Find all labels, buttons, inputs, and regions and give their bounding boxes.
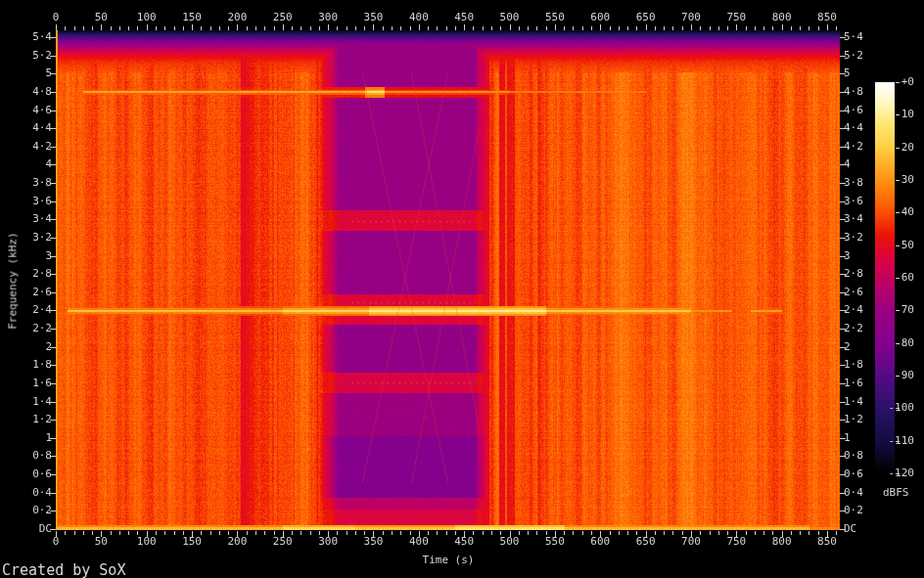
time-axis-top-tick-label: 300	[318, 12, 338, 23]
freq-axis-left-tick-label: 5·2	[32, 50, 52, 62]
freq-axis-left-tick-label: 2·4	[32, 304, 52, 316]
time-axis-bottom-tick-label: 100	[137, 536, 157, 548]
time-axis-bottom-tick-label: 850	[817, 536, 837, 548]
freq-axis-right-tick-label: 4·6	[844, 105, 863, 116]
colorbar-tick-label: +0	[901, 76, 914, 88]
colorbar-tick-label: -30	[895, 174, 914, 186]
colorbar-tick-label: -50	[895, 240, 914, 251]
freq-axis-left-tick-label: 4·4	[32, 122, 52, 134]
freq-axis-right-tick-label: 2·4	[844, 304, 863, 316]
freq-axis-right-tick-label: 2·6	[844, 287, 863, 298]
credit-text: Created by SoX	[2, 561, 125, 578]
freq-axis-left-tick-label: 4·6	[32, 105, 52, 116]
time-axis-top-tick-label: 450	[454, 12, 474, 23]
time-axis-top-tick-label: 150	[182, 12, 202, 23]
freq-axis-right-tick-label: 3·6	[844, 196, 863, 207]
freq-axis-left-tick-label: 1·4	[32, 396, 52, 408]
time-axis-bottom-tick-label: 150	[182, 536, 202, 548]
freq-axis-left-tick-label: 3·8	[32, 177, 52, 189]
time-axis-top-tick-label: 700	[681, 12, 701, 23]
time-axis-top-tick-label: 850	[817, 12, 837, 23]
freq-axis-right-tick-label: 1·4	[844, 396, 863, 408]
freq-axis-right-tick-label: 5·2	[844, 50, 863, 62]
time-axis-bottom-tick-label: 300	[318, 536, 338, 548]
freq-axis-right-tick-label: 2	[844, 341, 851, 353]
time-axis-top-tick-label: 350	[364, 12, 384, 23]
freq-axis-left-tick-label: 0·4	[32, 487, 52, 499]
time-axis-top-tick-label: 650	[636, 12, 656, 23]
time-axis-bottom-tick-label: 500	[500, 536, 520, 548]
freq-axis-right-tick-label: 2·8	[844, 268, 863, 280]
time-axis-bottom-tick-label: 400	[409, 536, 429, 548]
time-axis-top-tick-label: 0	[53, 12, 60, 23]
time-axis-top-tick-label: 400	[409, 12, 429, 23]
colorbar-tick-label: -110	[889, 435, 915, 447]
colorbar-tick-label: -80	[895, 337, 914, 349]
freq-axis-right-tick-label: 3·8	[844, 177, 863, 189]
freq-axis-left-tick-label: 5·4	[32, 31, 52, 43]
time-axis-top-tick-label: 750	[726, 12, 746, 23]
freq-axis-left-tick-label: 4·8	[32, 86, 52, 98]
freq-axis-right-tick-label: 5	[844, 67, 851, 79]
time-axis-bottom-tick-label: 650	[636, 536, 656, 548]
time-axis-bottom-tick-label: 550	[545, 536, 565, 548]
freq-axis-left-tick-label: 1	[45, 432, 52, 444]
freq-axis-right-tick-label: 3·2	[844, 232, 863, 244]
colorbar-tick-label: -40	[895, 206, 914, 218]
spectrogram-canvas	[0, 0, 924, 578]
freq-axis-right-tick-label: 0·4	[844, 487, 863, 499]
time-axis-top-tick-label: 550	[545, 12, 565, 23]
colorbar-unit-label: dBFS	[883, 486, 909, 499]
time-axis-bottom-tick-label: 350	[364, 536, 384, 548]
freq-axis-right-tick-label: 0·6	[844, 468, 863, 480]
freq-axis-right-tick-label: 3	[844, 250, 851, 262]
freq-axis-left-tick-label: 2	[45, 341, 52, 353]
freq-axis-left-tick-label: 4·2	[32, 141, 52, 153]
freq-axis-left-tick-label: 3·2	[32, 232, 52, 244]
freq-axis-left-tick-label: DC	[39, 523, 52, 535]
time-axis-top-tick-label: 500	[500, 12, 520, 23]
time-axis-top-tick-label: 200	[227, 12, 247, 23]
freq-axis-left-tick-label: 1·6	[32, 378, 52, 389]
colorbar-tick-label: -90	[895, 370, 914, 381]
freq-axis-left-tick-label: 3·4	[32, 213, 52, 225]
time-axis-bottom-tick-label: 600	[590, 536, 610, 548]
freq-axis-left-tick-label: 3·6	[32, 196, 52, 207]
freq-axis-right-tick-label: 0·2	[844, 505, 863, 516]
time-axis-top-tick-label: 100	[137, 12, 157, 23]
time-axis-bottom-tick-label: 750	[726, 536, 746, 548]
colorbar-tick-label: -100	[889, 402, 915, 414]
time-axis-bottom-tick-label: 450	[454, 536, 474, 548]
freq-axis-left-tick-label: 0·2	[32, 505, 52, 516]
freq-axis-left-tick-label: 0·8	[32, 450, 52, 462]
colorbar-tick-label: -120	[889, 467, 915, 479]
freq-axis-right-tick-label: 1	[844, 432, 851, 444]
freq-axis-left-tick-label: 2·8	[32, 268, 52, 280]
freq-axis-left-tick-label: 0·6	[32, 468, 52, 480]
freq-axis-right-tick-label: 1·6	[844, 378, 863, 389]
freq-axis-left-tick-label: 5	[45, 67, 52, 79]
time-axis-bottom-tick-label: 250	[273, 536, 293, 548]
freq-axis-right-tick-label: 3·4	[844, 213, 863, 225]
freq-axis-right-tick-label: 4·4	[844, 122, 863, 134]
time-axis-top-tick-label: 250	[273, 12, 293, 23]
freq-axis-left-tick-label: 1·8	[32, 359, 52, 371]
time-axis-top-tick-label: 600	[590, 12, 610, 23]
time-axis-bottom-tick-label: 700	[681, 536, 701, 548]
freq-axis-right-tick-label: 1·8	[844, 359, 863, 371]
x-axis-title: Time (s)	[423, 554, 475, 566]
sox-spectrogram-window: 0050501001001501502002002502503003003503…	[0, 0, 924, 578]
colorbar-tick-label: -60	[895, 272, 914, 284]
freq-axis-left-tick-label: 3	[45, 250, 52, 262]
time-axis-bottom-tick-label: 50	[95, 536, 108, 548]
freq-axis-right-tick-label: 4·8	[844, 86, 863, 98]
time-axis-bottom-tick-label: 800	[772, 536, 792, 548]
colorbar-tick-label: -70	[895, 304, 914, 316]
freq-axis-right-tick-label: 4·2	[844, 141, 863, 153]
time-axis-bottom-tick-label: 0	[53, 536, 60, 548]
freq-axis-right-tick-label: 1·2	[844, 414, 863, 425]
time-axis-top-tick-label: 50	[95, 12, 108, 23]
freq-axis-left-tick-label: 1·2	[32, 414, 52, 425]
freq-axis-right-tick-label: 5·4	[844, 31, 863, 43]
freq-axis-left-tick-label: 4	[45, 158, 52, 170]
